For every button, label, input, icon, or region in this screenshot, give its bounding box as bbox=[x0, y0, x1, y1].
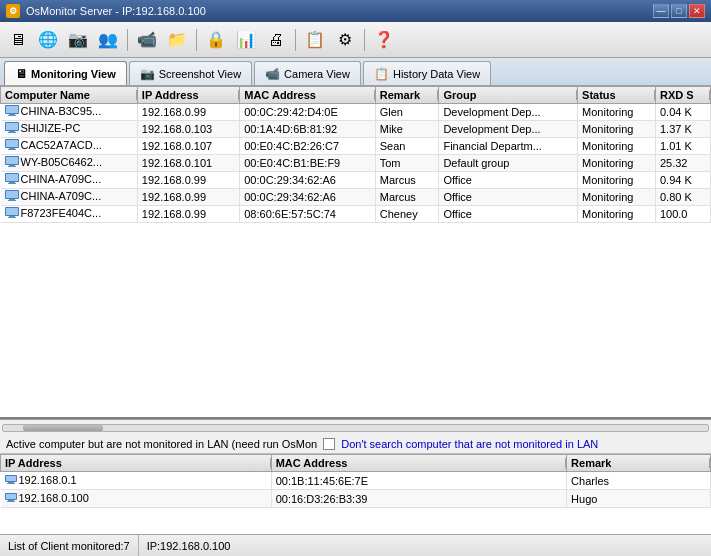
toolbar-history-btn[interactable]: 📋 bbox=[301, 26, 329, 54]
notice-link[interactable]: Don't search computer that are not monit… bbox=[341, 438, 598, 450]
table-row[interactable]: CHINA-A709C... 192.168.0.99 00:0C:29:34:… bbox=[1, 189, 711, 206]
tab-history-view[interactable]: 📋 History Data View bbox=[363, 61, 491, 85]
title-bar: ⚙ OsMonitor Server - IP:192.168.0.100 — … bbox=[0, 0, 711, 22]
cell-group: Office bbox=[439, 172, 578, 189]
svg-rect-6 bbox=[9, 131, 15, 132]
tab-monitoring-view[interactable]: 🖥 Monitoring View bbox=[4, 61, 127, 85]
cell-computer: CAC52A7ACD... bbox=[1, 138, 138, 155]
history-tab-label: History Data View bbox=[393, 68, 480, 80]
toolbar-settings-btn[interactable]: ⚙ bbox=[331, 26, 359, 54]
bottom-col-ip: IP Address bbox=[1, 455, 272, 472]
table-row[interactable]: CAC52A7ACD... 192.168.0.107 00:E0:4C:B2:… bbox=[1, 138, 711, 155]
col-ip-address: IP Address bbox=[137, 87, 239, 104]
bottom-computer-icon bbox=[5, 475, 17, 485]
screenshot-tab-icon: 📷 bbox=[140, 67, 155, 81]
cell-remark: Glen bbox=[375, 104, 439, 121]
table-row[interactable]: F8723FE404C... 192.168.0.99 08:60:6E:57:… bbox=[1, 206, 711, 223]
svg-rect-21 bbox=[6, 191, 18, 198]
table-row[interactable]: CHINA-A709C... 192.168.0.99 00:0C:29:34:… bbox=[1, 172, 711, 189]
horizontal-scrollbar[interactable] bbox=[0, 419, 711, 435]
toolbar-print-btn[interactable]: 🖨 bbox=[262, 26, 290, 54]
computer-icon bbox=[5, 105, 19, 117]
svg-rect-25 bbox=[6, 208, 18, 215]
screenshot-tab-label: Screenshot View bbox=[159, 68, 241, 80]
toolbar-help-btn[interactable]: ❓ bbox=[370, 26, 398, 54]
tab-camera-view[interactable]: 📹 Camera View bbox=[254, 61, 361, 85]
table-row[interactable]: WY-B05C6462... 192.168.0.101 00:E0:4C:B1… bbox=[1, 155, 711, 172]
bottom-table-container[interactable]: IP Address MAC Address Remark 192.168.0.… bbox=[0, 454, 711, 534]
computer-icon bbox=[5, 173, 19, 185]
svg-rect-30 bbox=[8, 482, 14, 483]
toolbar-globe-btn[interactable]: 🌐 bbox=[34, 26, 62, 54]
toolbar-chart-btn[interactable]: 📊 bbox=[232, 26, 260, 54]
cell-remark: Sean bbox=[375, 138, 439, 155]
monitoring-table: Computer Name IP Address MAC Address Rem… bbox=[0, 86, 711, 223]
cell-status: Monitoring bbox=[578, 189, 656, 206]
cell-mac: 00:E0:4C:B2:26:C7 bbox=[240, 138, 376, 155]
bottom-cell-ip: 192.168.0.100 bbox=[1, 490, 272, 508]
col-status: Status bbox=[578, 87, 656, 104]
table-row[interactable]: CHINA-B3C95... 192.168.0.99 00:0C:29:42:… bbox=[1, 104, 711, 121]
cell-ip: 192.168.0.107 bbox=[137, 138, 239, 155]
col-group: Group bbox=[439, 87, 578, 104]
svg-rect-27 bbox=[8, 217, 16, 218]
cell-rxd: 1.37 K bbox=[655, 121, 710, 138]
history-tab-icon: 📋 bbox=[374, 67, 389, 81]
cell-ip: 192.168.0.99 bbox=[137, 206, 239, 223]
cell-remark: Cheney bbox=[375, 206, 439, 223]
cell-ip: 192.168.0.103 bbox=[137, 121, 239, 138]
toolbar-lock-btn[interactable]: 🔒 bbox=[202, 26, 230, 54]
status-bar: List of Client monitored:7 IP:192.168.0.… bbox=[0, 534, 711, 556]
minimize-button[interactable]: — bbox=[653, 4, 669, 18]
notice-checkbox[interactable] bbox=[323, 438, 335, 450]
bottom-cell-remark: Charles bbox=[567, 472, 711, 490]
cell-remark: Marcus bbox=[375, 189, 439, 206]
computer-icon bbox=[5, 156, 19, 168]
table-row[interactable]: SHIJIZE-PC 192.168.0.103 00:1A:4D:6B:81:… bbox=[1, 121, 711, 138]
list-item[interactable]: 192.168.0.1 00:1B:11:45:6E:7E Charles bbox=[1, 472, 711, 490]
bottom-cell-ip: 192.168.0.1 bbox=[1, 472, 272, 490]
tab-screenshot-view[interactable]: 📷 Screenshot View bbox=[129, 61, 252, 85]
svg-rect-10 bbox=[9, 148, 15, 149]
cell-computer: CHINA-A709C... bbox=[1, 189, 138, 206]
svg-rect-5 bbox=[6, 123, 18, 130]
bottom-col-mac: MAC Address bbox=[271, 455, 566, 472]
cell-rxd: 0.80 K bbox=[655, 189, 710, 206]
col-remark: Remark bbox=[375, 87, 439, 104]
cell-group: Office bbox=[439, 206, 578, 223]
cell-status: Monitoring bbox=[578, 172, 656, 189]
camera-tab-icon: 📹 bbox=[265, 67, 280, 81]
svg-rect-26 bbox=[9, 216, 15, 217]
toolbar-folder-btn[interactable]: 📁 bbox=[163, 26, 191, 54]
close-button[interactable]: ✕ bbox=[689, 4, 705, 18]
toolbar-screenshot-btn[interactable]: 📷 bbox=[64, 26, 92, 54]
cell-computer: F8723FE404C... bbox=[1, 206, 138, 223]
monitoring-tab-icon: 🖥 bbox=[15, 67, 27, 81]
cell-mac: 00:0C:29:34:62:A6 bbox=[240, 189, 376, 206]
status-client-count: List of Client monitored:7 bbox=[0, 535, 139, 556]
bottom-header-row: IP Address MAC Address Remark bbox=[1, 455, 711, 472]
svg-rect-1 bbox=[6, 106, 18, 113]
computer-icon bbox=[5, 190, 19, 202]
computer-icon bbox=[5, 139, 19, 151]
col-rxd: RXD S bbox=[655, 87, 710, 104]
toolbar-sep-4 bbox=[364, 29, 365, 51]
toolbar-users-btn[interactable]: 👥 bbox=[94, 26, 122, 54]
cell-rxd: 0.04 K bbox=[655, 104, 710, 121]
toolbar-camera-btn[interactable]: 📹 bbox=[133, 26, 161, 54]
bottom-col-remark: Remark bbox=[567, 455, 711, 472]
svg-rect-14 bbox=[9, 165, 15, 166]
status-ip: IP:192.168.0.100 bbox=[139, 535, 239, 556]
status-right-text: IP:192.168.0.100 bbox=[147, 540, 231, 552]
maximize-button[interactable]: □ bbox=[671, 4, 687, 18]
title-bar-left: ⚙ OsMonitor Server - IP:192.168.0.100 bbox=[6, 4, 206, 18]
list-item[interactable]: 192.168.0.100 00:16:D3:26:B3:39 Hugo bbox=[1, 490, 711, 508]
scrollbar-track bbox=[2, 424, 709, 432]
bottom-cell-mac: 00:16:D3:26:B3:39 bbox=[271, 490, 566, 508]
svg-rect-2 bbox=[9, 114, 15, 115]
monitoring-table-container[interactable]: Computer Name IP Address MAC Address Rem… bbox=[0, 86, 711, 419]
status-left-text: List of Client monitored:7 bbox=[8, 540, 130, 552]
cell-computer: WY-B05C6462... bbox=[1, 155, 138, 172]
cell-status: Monitoring bbox=[578, 121, 656, 138]
toolbar-monitor-btn[interactable]: 🖥 bbox=[4, 26, 32, 54]
